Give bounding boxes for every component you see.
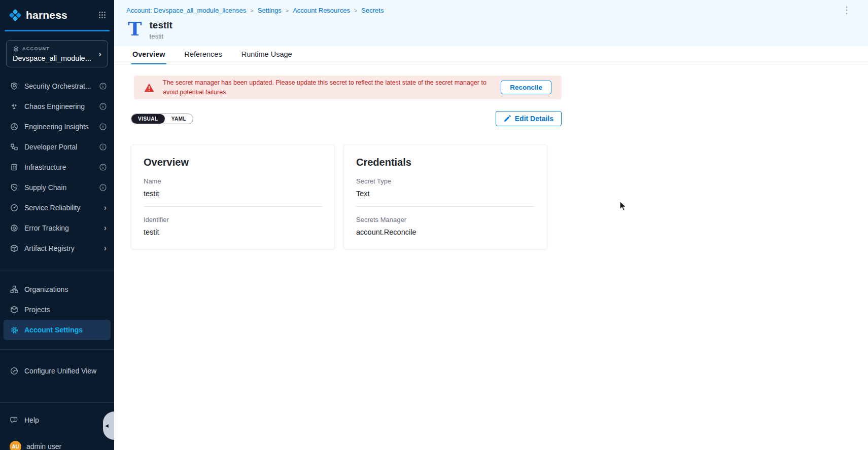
sidebar-general-nav: Organizations Projects A [0,279,114,340]
artifact-registry-icon [10,244,19,252]
detail-cards: Overview Name testit Identifier testit C… [131,144,868,249]
harness-logo-icon [9,9,22,22]
account-chip-body: ACCOUNT Devspace_all_module... [13,46,98,62]
overview-card: Overview Name testit Identifier testit [131,144,335,249]
account-chip-name: Devspace_all_module... [13,54,98,62]
breadcrumb-secrets[interactable]: Secrets [361,7,384,14]
kebab-menu-icon[interactable]: ⋮ [842,6,851,15]
info-icon[interactable] [99,103,107,110]
page-subtitle: testit [150,32,172,40]
sidebar-item-engineering-insights[interactable]: Engineering Insights [0,117,114,137]
chevron-right-icon: › [104,244,107,252]
account-layers-icon [13,46,19,52]
sidebar-item-artifact-registry[interactable]: Artifact Registry › [0,238,114,258]
toggle-yaml[interactable]: YAML [165,114,193,124]
sidebar-item-organizations[interactable]: Organizations [0,279,114,299]
reconcile-button[interactable]: Reconcile [501,81,551,94]
tab-references[interactable]: References [184,46,223,64]
sidebar-item-account-settings[interactable]: Account Settings [4,320,111,340]
sidebar-item-error-tracking[interactable]: Error Tracking › [0,218,114,238]
sidebar-item-label: Account Settings [24,326,107,334]
tab-overview[interactable]: Overview [131,46,166,64]
sidebar-item-security-orchestration[interactable]: Security Orchestrat... [0,76,114,96]
view-toolbar: VISUAL YAML Edit Details [131,111,562,126]
projects-icon [10,306,19,314]
title-block: T testit testit [114,14,868,46]
sidebar-item-developer-portal[interactable]: Developer Portal [0,137,114,157]
sidebar-item-label: Configure Unified View [24,367,107,375]
chaos-engineering-icon [10,102,19,110]
sidebar-item-label: Artifact Registry [24,244,98,252]
engineering-insights-icon [10,123,19,131]
supply-chain-icon [10,183,19,192]
field-label: Secret Type [356,177,535,185]
wrench-circle-icon [10,367,19,375]
credentials-card: Credentials Secret Type Text Secrets Man… [343,144,547,249]
field-value: account.Reconcile [356,228,535,236]
field-name: Name testit [144,177,322,198]
field-divider [144,206,322,207]
page-title: testit [150,20,172,31]
sidebar-item-label: Engineering Insights [24,123,94,131]
sidebar-item-label: Supply Chain [24,183,94,192]
info-icon[interactable] [99,184,107,191]
sidebar-item-configure-unified-view[interactable]: Configure Unified View [0,361,114,381]
service-reliability-icon [10,204,19,212]
user-name: admin user [26,442,61,450]
breadcrumb-settings[interactable]: Settings [258,7,282,14]
tab-content: The secret manager has been updated. Ple… [114,64,868,249]
info-icon[interactable] [99,83,107,90]
sidebar-footer-nav: ? Help AU admin user [0,410,114,450]
developer-portal-icon [10,143,19,151]
breadcrumb: Account: Devspace_all_module_licenses > … [114,7,868,14]
breadcrumb-account[interactable]: Account: Devspace_all_module_licenses [126,7,246,14]
field-label: Identifier [144,216,322,223]
sidebar-item-supply-chain[interactable]: Supply Chain [0,177,114,198]
breadcrumb-separator: > [354,8,357,14]
pencil-icon [504,115,511,122]
sidebar-item-label: Developer Portal [24,143,94,151]
sidebar-divider [0,402,114,403]
visual-yaml-toggle[interactable]: VISUAL YAML [131,114,193,124]
user-menu[interactable]: AU admin user [0,436,114,450]
sidebar-header: harness [0,0,114,30]
account-chip-label: ACCOUNT [22,46,50,51]
sidebar-item-projects[interactable]: Projects [0,299,114,320]
sidebar-item-label: Organizations [24,285,107,293]
info-icon[interactable] [99,123,107,130]
sidebar-item-service-reliability[interactable]: Service Reliability › [0,198,114,218]
app-launcher-icon[interactable] [98,11,106,19]
info-icon[interactable] [99,143,107,151]
info-icon[interactable] [99,164,107,171]
edit-details-button[interactable]: Edit Details [496,111,562,126]
sidebar-item-label: Security Orchestrat... [24,82,94,90]
breadcrumb-account-resources[interactable]: Account Resources [293,7,350,14]
tab-runtime-usage[interactable]: Runtime Usage [240,46,293,64]
chevron-right-icon: › [104,204,107,212]
sidebar-item-infrastructure[interactable]: Infrastructure [0,157,114,177]
avatar: AU [10,441,21,450]
chevron-right-icon: › [98,50,101,58]
field-secrets-manager: Secrets Manager account.Reconcile [356,216,535,236]
infrastructure-icon [10,163,19,171]
sidebar-item-help[interactable]: ? Help [0,410,114,430]
sidebar-accent-line [5,30,110,31]
field-divider [356,206,535,207]
warning-triangle-icon [144,83,154,92]
app-root: harness [0,0,868,450]
harness-logo[interactable]: harness [9,9,98,22]
sidebar-item-chaos-engineering[interactable]: Chaos Engineering [0,96,114,117]
sidebar-item-label: Projects [24,306,107,314]
toggle-visual[interactable]: VISUAL [131,114,165,124]
sidebar-item-label: Service Reliability [24,204,98,212]
svg-text:?: ? [13,418,15,421]
field-value: testit [144,228,322,236]
page-header: Account: Devspace_all_module_licenses > … [114,0,868,46]
secret-text-type-icon: T [128,19,142,39]
sidebar-divider [0,271,114,271]
account-scope-selector[interactable]: ACCOUNT Devspace_all_module... › [6,40,108,67]
logo-text: harness [26,9,67,21]
tab-bar: Overview References Runtime Usage [114,46,868,64]
sidebar: harness [0,0,114,450]
organizations-icon [10,285,19,293]
